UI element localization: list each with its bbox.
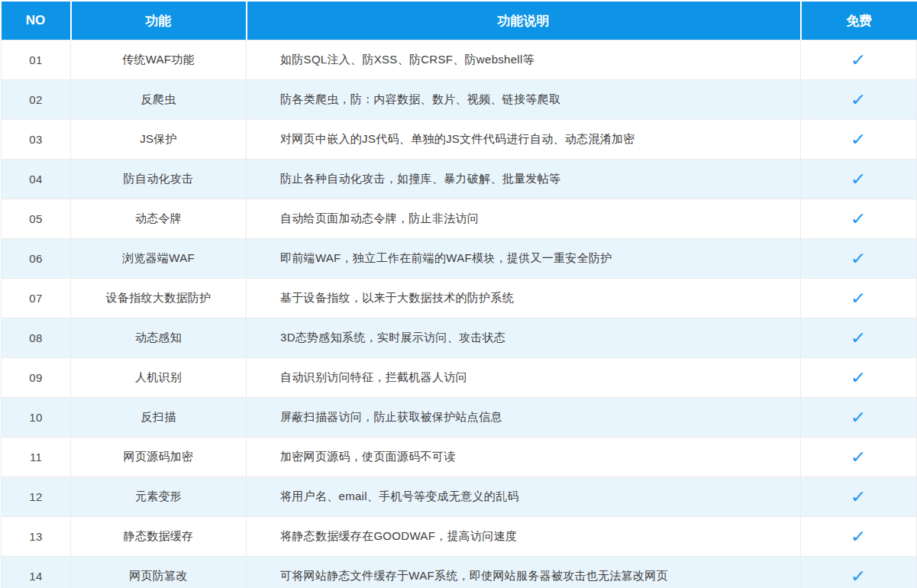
check-icon: ✓ <box>851 370 867 386</box>
row-description: 防各类爬虫，防：内容数据、数片、视频、链接等爬取 <box>247 80 801 120</box>
row-description: 屏蔽扫描器访问，防止获取被保护站点信息 <box>247 398 801 438</box>
row-function: 动态令牌 <box>71 199 247 239</box>
row-free-cell: ✓ <box>801 239 917 279</box>
row-function: JS保护 <box>71 120 247 160</box>
row-free-cell: ✓ <box>801 160 917 199</box>
check-icon: ✓ <box>851 330 867 347</box>
table-row: 08动态感知3D态势感知系统，实时展示访问、攻击状态✓ <box>2 318 917 358</box>
row-number: 13 <box>2 517 71 557</box>
row-free-cell: ✓ <box>801 318 917 358</box>
row-description: 对网页中嵌入的JS代码、单独的JS文件代码进行自动、动态混淆加密 <box>247 120 801 160</box>
row-free-cell: ✓ <box>801 398 917 438</box>
row-function: 人机识别 <box>71 358 247 398</box>
row-description: 自动给页面加动态令牌，防止非法访问 <box>247 199 801 239</box>
row-function: 网页防篡改 <box>71 557 247 588</box>
row-free-cell: ✓ <box>801 40 917 80</box>
header-row: NO 功能 功能说明 免费 <box>2 2 917 40</box>
check-icon: ✓ <box>851 131 867 148</box>
table-row: 01传统WAF功能如防SQL注入、防XSS、防CRSF、防webshell等✓ <box>2 40 917 80</box>
row-free-cell: ✓ <box>801 279 917 318</box>
row-free-cell: ✓ <box>801 80 917 120</box>
row-function: 传统WAF功能 <box>71 40 247 80</box>
row-number: 03 <box>2 120 71 160</box>
row-function: 动态感知 <box>71 318 247 358</box>
table-body: 01传统WAF功能如防SQL注入、防XSS、防CRSF、防webshell等✓0… <box>2 40 917 588</box>
check-icon: ✓ <box>851 449 867 466</box>
table-row: 11网页源码加密加密网页源码，使页面源码不可读✓ <box>2 438 917 477</box>
check-icon: ✓ <box>851 52 867 69</box>
table-row: 03JS保护对网页中嵌入的JS代码、单独的JS文件代码进行自动、动态混淆加密✓ <box>2 120 917 160</box>
check-icon: ✓ <box>851 171 867 188</box>
row-free-cell: ✓ <box>801 199 917 239</box>
row-function: 静态数据缓存 <box>71 517 247 557</box>
row-description: 自动识别访问特征，拦截机器人访问 <box>247 358 801 398</box>
check-icon: ✓ <box>851 528 867 545</box>
row-description: 可将网站静态文件缓存于WAF系统，即使网站服务器被攻击也无法篡改网页 <box>247 557 801 588</box>
row-number: 14 <box>2 557 71 588</box>
check-icon: ✓ <box>851 92 867 108</box>
row-function: 网页源码加密 <box>71 438 247 477</box>
row-number: 10 <box>2 398 71 438</box>
row-function: 反扫描 <box>71 398 247 438</box>
row-number: 02 <box>2 80 71 120</box>
table-row: 02反爬虫防各类爬虫，防：内容数据、数片、视频、链接等爬取✓ <box>2 80 917 120</box>
row-number: 12 <box>2 477 71 517</box>
header-function: 功能 <box>71 2 247 40</box>
row-function: 反爬虫 <box>71 80 247 120</box>
row-description: 将用户名、email、手机号等变成无意义的乱码 <box>247 477 801 517</box>
table-row: 06浏览器端WAF即前端WAF，独立工作在前端的WAF模块，提供又一重安全防护✓ <box>2 239 917 279</box>
header-free: 免费 <box>801 2 917 40</box>
table-row: 05动态令牌自动给页面加动态令牌，防止非法访问✓ <box>2 199 917 239</box>
row-number: 05 <box>2 199 71 239</box>
header-description: 功能说明 <box>247 2 801 40</box>
table-row: 10反扫描屏蔽扫描器访问，防止获取被保护站点信息✓ <box>2 398 917 438</box>
row-function: 防自动化攻击 <box>71 160 247 199</box>
row-function: 浏览器端WAF <box>71 239 247 279</box>
row-number: 09 <box>2 358 71 398</box>
row-description: 如防SQL注入、防XSS、防CRSF、防webshell等 <box>247 40 801 80</box>
row-number: 01 <box>2 40 71 80</box>
table-row: 13静态数据缓存将静态数据缓存在GOODWAF，提高访问速度✓ <box>2 517 917 557</box>
row-number: 08 <box>2 318 71 358</box>
row-description: 防止各种自动化攻击，如撞库、暴力破解、批量发帖等 <box>247 160 801 199</box>
check-icon: ✓ <box>851 409 867 426</box>
row-function: 设备指纹大数据防护 <box>71 279 247 318</box>
check-icon: ✓ <box>851 250 867 267</box>
row-free-cell: ✓ <box>801 557 917 588</box>
check-icon: ✓ <box>851 489 867 506</box>
header-no: NO <box>2 2 71 40</box>
row-description: 将静态数据缓存在GOODWAF，提高访问速度 <box>247 517 801 557</box>
row-number: 04 <box>2 160 71 199</box>
row-description: 基于设备指纹，以来于大数据技术的防护系统 <box>247 279 801 318</box>
row-free-cell: ✓ <box>801 477 917 517</box>
row-free-cell: ✓ <box>801 358 917 398</box>
row-description: 3D态势感知系统，实时展示访问、攻击状态 <box>247 318 801 358</box>
row-number: 07 <box>2 279 71 318</box>
row-free-cell: ✓ <box>801 120 917 160</box>
row-number: 06 <box>2 239 71 279</box>
row-free-cell: ✓ <box>801 438 917 477</box>
check-icon: ✓ <box>851 290 867 307</box>
table-row: 09人机识别自动识别访问特征，拦截机器人访问✓ <box>2 358 917 398</box>
check-icon: ✓ <box>851 568 867 585</box>
feature-table: NO 功能 功能说明 免费 01传统WAF功能如防SQL注入、防XSS、防CRS… <box>1 2 917 588</box>
row-description: 加密网页源码，使页面源码不可读 <box>247 438 801 477</box>
table-row: 12元素变形将用户名、email、手机号等变成无意义的乱码✓ <box>2 477 917 517</box>
page: NO 功能 功能说明 免费 01传统WAF功能如防SQL注入、防XSS、防CRS… <box>0 0 917 588</box>
table-row: 14网页防篡改可将网站静态文件缓存于WAF系统，即使网站服务器被攻击也无法篡改网… <box>2 557 917 588</box>
table-row: 07设备指纹大数据防护基于设备指纹，以来于大数据技术的防护系统✓ <box>2 279 917 318</box>
check-icon: ✓ <box>851 211 867 228</box>
row-function: 元素变形 <box>71 477 247 517</box>
row-free-cell: ✓ <box>801 517 917 557</box>
row-number: 11 <box>2 438 71 477</box>
row-description: 即前端WAF，独立工作在前端的WAF模块，提供又一重安全防护 <box>247 239 801 279</box>
table-row: 04防自动化攻击防止各种自动化攻击，如撞库、暴力破解、批量发帖等✓ <box>2 160 917 199</box>
